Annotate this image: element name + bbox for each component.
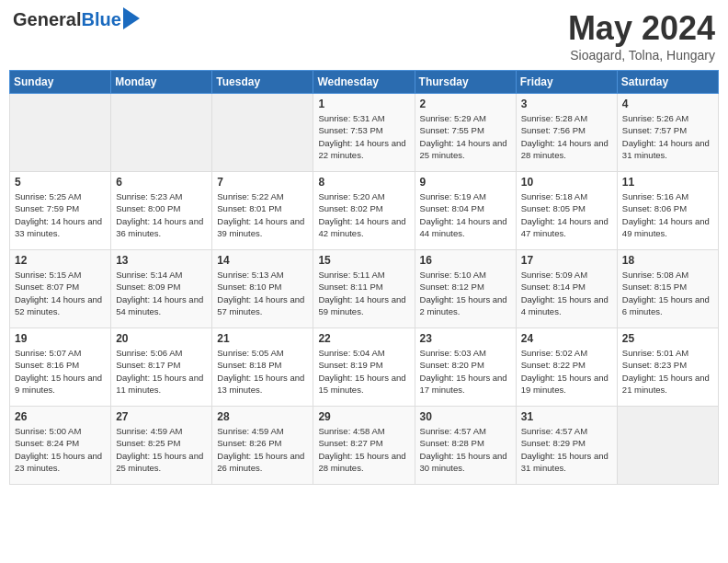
day-number: 16 <box>420 254 511 267</box>
sunrise-text: Sunrise: 5:19 AM <box>420 191 486 201</box>
day-number: 2 <box>420 98 511 110</box>
calendar-week-row: 26 Sunrise: 5:00 AM Sunset: 8:24 PM Dayl… <box>10 407 719 485</box>
calendar-cell: 25 Sunrise: 5:01 AM Sunset: 8:23 PM Dayl… <box>617 328 718 407</box>
daylight-text: Daylight: 14 hours and 49 minutes. <box>622 216 710 238</box>
day-header: Monday <box>111 71 212 94</box>
sunset-text: Sunset: 8:07 PM <box>15 282 79 292</box>
sunrise-text: Sunrise: 5:00 AM <box>15 426 81 436</box>
day-number: 11 <box>622 176 713 189</box>
daylight-text: Daylight: 15 hours and 9 minutes. <box>15 373 102 395</box>
calendar-cell: 21 Sunrise: 5:05 AM Sunset: 8:18 PM Dayl… <box>212 328 313 407</box>
day-info: Sunrise: 5:10 AM Sunset: 8:12 PM Dayligh… <box>420 269 511 317</box>
day-header: Wednesday <box>313 71 415 94</box>
sunrise-text: Sunrise: 5:08 AM <box>622 270 688 280</box>
day-info: Sunrise: 5:15 AM Sunset: 8:07 PM Dayligh… <box>15 269 106 317</box>
calendar-table: SundayMondayTuesdayWednesdayThursdayFrid… <box>9 70 719 485</box>
sunrise-text: Sunrise: 5:11 AM <box>318 270 384 280</box>
page-header: General Blue May 2024 Sioagard, Tolna, H… <box>9 9 719 63</box>
sunset-text: Sunset: 8:06 PM <box>622 203 687 213</box>
sunrise-text: Sunrise: 5:13 AM <box>217 270 283 280</box>
calendar-cell: 8 Sunrise: 5:20 AM Sunset: 8:02 PM Dayli… <box>313 172 415 250</box>
day-number: 30 <box>420 410 511 423</box>
logo-arrow-icon <box>123 7 140 29</box>
day-number: 18 <box>622 254 713 267</box>
location: Sioagard, Tolna, Hungary <box>568 48 715 63</box>
day-number: 25 <box>622 332 713 345</box>
calendar-cell: 27 Sunrise: 4:59 AM Sunset: 8:25 PM Dayl… <box>111 407 212 485</box>
daylight-text: Daylight: 14 hours and 52 minutes. <box>15 294 102 316</box>
day-header: Thursday <box>415 71 516 94</box>
calendar-cell: 10 Sunrise: 5:18 AM Sunset: 8:05 PM Dayl… <box>516 172 617 250</box>
calendar-cell: 28 Sunrise: 4:59 AM Sunset: 8:26 PM Dayl… <box>212 407 313 485</box>
sunrise-text: Sunrise: 5:03 AM <box>420 348 486 358</box>
day-number: 20 <box>116 332 207 345</box>
calendar-cell: 29 Sunrise: 4:58 AM Sunset: 8:27 PM Dayl… <box>313 407 415 485</box>
sunset-text: Sunset: 8:22 PM <box>521 360 586 370</box>
sunrise-text: Sunrise: 5:15 AM <box>15 270 81 280</box>
day-number: 8 <box>318 176 409 189</box>
calendar-cell <box>111 94 212 172</box>
day-info: Sunrise: 5:11 AM Sunset: 8:11 PM Dayligh… <box>318 269 409 317</box>
day-info: Sunrise: 4:57 AM Sunset: 8:29 PM Dayligh… <box>521 425 612 474</box>
day-info: Sunrise: 5:18 AM Sunset: 8:05 PM Dayligh… <box>521 190 612 239</box>
daylight-text: Daylight: 15 hours and 2 minutes. <box>420 294 507 316</box>
sunrise-text: Sunrise: 5:23 AM <box>116 191 182 201</box>
daylight-text: Daylight: 15 hours and 4 minutes. <box>521 294 609 316</box>
sunset-text: Sunset: 7:53 PM <box>318 125 382 135</box>
day-number: 1 <box>318 98 409 110</box>
calendar-cell <box>617 407 718 485</box>
sunrise-text: Sunrise: 4:58 AM <box>318 426 384 436</box>
sunrise-text: Sunrise: 5:18 AM <box>521 191 587 201</box>
daylight-text: Daylight: 14 hours and 47 minutes. <box>521 216 609 238</box>
sunset-text: Sunset: 8:10 PM <box>217 282 281 292</box>
day-info: Sunrise: 5:31 AM Sunset: 7:53 PM Dayligh… <box>318 112 409 161</box>
daylight-text: Daylight: 15 hours and 23 minutes. <box>15 451 102 473</box>
day-info: Sunrise: 4:59 AM Sunset: 8:25 PM Dayligh… <box>116 425 207 474</box>
calendar-week-row: 19 Sunrise: 5:07 AM Sunset: 8:16 PM Dayl… <box>10 328 719 407</box>
day-header: Saturday <box>617 71 718 94</box>
day-number: 6 <box>116 176 207 189</box>
day-number: 12 <box>15 254 106 267</box>
sunset-text: Sunset: 8:27 PM <box>318 438 382 448</box>
day-info: Sunrise: 5:16 AM Sunset: 8:06 PM Dayligh… <box>622 190 713 239</box>
sunset-text: Sunset: 8:00 PM <box>116 203 180 213</box>
day-info: Sunrise: 5:22 AM Sunset: 8:01 PM Dayligh… <box>217 190 308 239</box>
sunrise-text: Sunrise: 5:04 AM <box>318 348 384 358</box>
calendar-week-row: 1 Sunrise: 5:31 AM Sunset: 7:53 PM Dayli… <box>10 94 719 172</box>
sunset-text: Sunset: 7:59 PM <box>15 203 79 213</box>
calendar-cell: 15 Sunrise: 5:11 AM Sunset: 8:11 PM Dayl… <box>313 250 415 328</box>
day-info: Sunrise: 5:28 AM Sunset: 7:56 PM Dayligh… <box>521 112 612 161</box>
daylight-text: Daylight: 14 hours and 59 minutes. <box>318 294 405 316</box>
daylight-text: Daylight: 14 hours and 42 minutes. <box>318 216 405 238</box>
sunrise-text: Sunrise: 5:25 AM <box>15 191 81 201</box>
calendar-cell: 17 Sunrise: 5:09 AM Sunset: 8:14 PM Dayl… <box>516 250 617 328</box>
calendar-cell: 19 Sunrise: 5:07 AM Sunset: 8:16 PM Dayl… <box>10 328 111 407</box>
daylight-text: Daylight: 14 hours and 28 minutes. <box>521 138 609 160</box>
logo: General Blue <box>13 9 140 30</box>
day-number: 9 <box>420 176 511 189</box>
sunrise-text: Sunrise: 5:14 AM <box>116 270 182 280</box>
month-title: May 2024 <box>568 9 715 48</box>
day-info: Sunrise: 5:00 AM Sunset: 8:24 PM Dayligh… <box>15 425 106 474</box>
calendar-cell: 22 Sunrise: 5:04 AM Sunset: 8:19 PM Dayl… <box>313 328 415 407</box>
sunrise-text: Sunrise: 5:29 AM <box>420 113 486 123</box>
day-number: 10 <box>521 176 612 189</box>
daylight-text: Daylight: 14 hours and 31 minutes. <box>622 138 710 160</box>
sunset-text: Sunset: 8:26 PM <box>217 438 281 448</box>
sunset-text: Sunset: 8:16 PM <box>15 360 79 370</box>
daylight-text: Daylight: 15 hours and 26 minutes. <box>217 451 304 473</box>
day-number: 28 <box>217 410 308 423</box>
daylight-text: Daylight: 14 hours and 39 minutes. <box>217 216 304 238</box>
day-number: 31 <box>521 410 612 423</box>
day-number: 29 <box>318 410 409 423</box>
logo-blue-text: Blue <box>81 9 120 30</box>
sunset-text: Sunset: 8:01 PM <box>217 203 281 213</box>
daylight-text: Daylight: 15 hours and 30 minutes. <box>420 451 507 473</box>
day-info: Sunrise: 5:01 AM Sunset: 8:23 PM Dayligh… <box>622 347 713 396</box>
daylight-text: Daylight: 14 hours and 36 minutes. <box>116 216 203 238</box>
sunset-text: Sunset: 8:02 PM <box>318 203 382 213</box>
daylight-text: Daylight: 14 hours and 33 minutes. <box>15 216 102 238</box>
sunrise-text: Sunrise: 5:28 AM <box>521 113 587 123</box>
day-number: 13 <box>116 254 207 267</box>
daylight-text: Daylight: 14 hours and 25 minutes. <box>420 138 507 160</box>
